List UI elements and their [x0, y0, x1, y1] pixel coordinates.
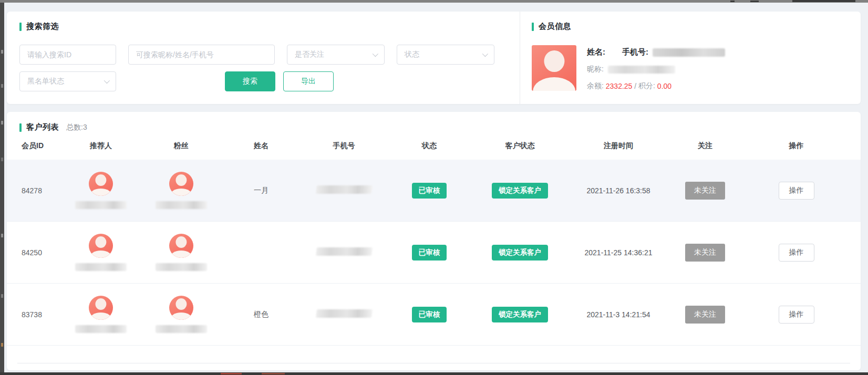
col-phone: 手机号: [298, 141, 390, 151]
window-chrome-fragment: [221, 373, 242, 374]
section-title-text: 客户列表: [26, 122, 59, 132]
redacted-member-nickname: [608, 66, 675, 74]
redacted-phone: [316, 309, 373, 318]
balance-label: 余额:: [587, 81, 604, 91]
redacted-member-phone: [653, 48, 725, 57]
redacted-referrer-name: [75, 325, 127, 333]
title-accent-bar: [532, 23, 534, 31]
follow-badge: 未关注: [685, 182, 725, 200]
redacted-phone: [316, 185, 373, 194]
member-nickname-label: 昵称:: [587, 65, 604, 74]
redacted-fan-name: [156, 201, 207, 209]
redacted-referrer-name: [75, 201, 127, 209]
customer-status-badge: 锁定关系客户: [492, 245, 548, 261]
points-value: 0.00: [657, 82, 671, 90]
title-accent-bar: [19, 23, 22, 31]
search-filter-section: 搜索筛选 是否关注 状态 黑名单状态: [7, 12, 520, 104]
window-bottom-strip: [0, 372, 868, 375]
redacted-fan-name: [156, 263, 207, 271]
follow-badge: 未关注: [685, 244, 725, 262]
total-count: 总数:3: [66, 123, 87, 132]
person-icon: [89, 234, 113, 258]
title-accent-bar: [19, 123, 22, 132]
customer-list-card: 客户列表 总数:3 会员ID 推荐人 粉丝 姓名 手机号 状态 客户状态 注册时…: [7, 112, 861, 370]
window-chrome-fragment: [750, 1, 759, 2]
fan-cell: [138, 296, 224, 333]
status-badge: 已审核: [412, 245, 447, 261]
page-background: 搜索筛选 是否关注 状态 黑名单状态: [0, 0, 868, 375]
person-icon: [169, 234, 193, 258]
separator: /: [634, 82, 636, 90]
window-chrome-fragment: [262, 373, 285, 374]
blacklist-select[interactable]: 黑名单状态: [19, 71, 116, 91]
col-status: 状态: [390, 141, 469, 151]
person-icon: [544, 50, 564, 72]
chevron-down-icon: [482, 51, 488, 57]
points-label: 积分:: [638, 81, 655, 91]
redacted-referrer-name: [75, 263, 127, 271]
window-left-strip: [0, 3, 4, 372]
member-section-title: 会员信息: [532, 22, 861, 32]
window-top-strip: [0, 0, 868, 3]
col-referrer: 推荐人: [64, 141, 138, 151]
search-button[interactable]: 搜索: [225, 71, 275, 91]
person-icon: [169, 172, 193, 196]
fan-cell: [138, 172, 224, 209]
register-time-cell: 2021-11-3 14:21:54: [571, 310, 666, 319]
status-badge: 已审核: [412, 307, 447, 322]
fan-cell: [138, 234, 224, 271]
register-time-cell: 2021-11-25 14:36:21: [571, 248, 666, 257]
referrer-cell: [64, 172, 138, 209]
chevron-down-icon: [104, 78, 110, 84]
member-phone-label: 手机号:: [622, 47, 648, 57]
member-name-label: 姓名:: [587, 47, 605, 57]
search-id-input[interactable]: [19, 45, 116, 65]
col-action: 操作: [745, 141, 848, 151]
window-chrome-fragment: [792, 0, 855, 2]
blacklist-select-placeholder: 黑名单状态: [27, 77, 64, 86]
keyword-input[interactable]: [128, 45, 275, 65]
follow-select[interactable]: 是否关注: [287, 45, 385, 65]
table-header: 会员ID 推荐人 粉丝 姓名 手机号 状态 客户状态 注册时间 关注 操作: [7, 132, 861, 160]
table-bottom-divider: [17, 363, 850, 363]
redacted-phone: [316, 247, 373, 256]
person-icon: [169, 296, 193, 320]
window-chrome-fragment: [730, 1, 735, 2]
member-id-cell: 84278: [19, 186, 64, 195]
balance-value: 2332.25: [606, 82, 633, 90]
filter-and-member-card: 搜索筛选 是否关注 状态 黑名单状态: [7, 12, 861, 104]
follow-badge: 未关注: [685, 306, 725, 324]
action-button[interactable]: 操作: [779, 244, 814, 262]
table-row: 83738 橙色 已审核 锁定关系客户 2021-11-3 14:: [7, 284, 861, 346]
search-section-title: 搜索筛选: [19, 22, 520, 32]
section-title-text: 会员信息: [539, 22, 571, 32]
table-row: 84250 已审核 锁定关系客户 2021-11-25 14:3: [7, 222, 861, 284]
customer-status-badge: 锁定关系客户: [492, 183, 548, 199]
status-select[interactable]: 状态: [397, 45, 494, 65]
customer-status-badge: 锁定关系客户: [492, 307, 548, 322]
col-name: 姓名: [224, 141, 298, 151]
person-icon: [89, 296, 113, 320]
member-info-section: 会员信息 姓名: 手机号: 昵称:: [520, 12, 861, 104]
action-button[interactable]: 操作: [779, 306, 814, 324]
col-fan: 粉丝: [138, 141, 224, 151]
referrer-cell: [64, 234, 138, 271]
customer-name-cell: 一月: [224, 186, 298, 195]
member-id-cell: 83738: [19, 310, 64, 319]
member-id-cell: 84250: [19, 248, 64, 257]
customer-name-cell: 橙色: [224, 310, 298, 319]
follow-select-placeholder: 是否关注: [295, 50, 324, 59]
referrer-cell: [64, 296, 138, 333]
status-badge: 已审核: [412, 183, 447, 199]
customer-list-title: 客户列表: [19, 122, 59, 132]
table-row: 84278 一月 已审核 锁定关系客户 2021-11-26 16: [7, 160, 861, 222]
col-customer-status: 客户状态: [469, 141, 571, 151]
action-button[interactable]: 操作: [779, 182, 814, 200]
redacted-fan-name: [156, 325, 207, 333]
export-button[interactable]: 导出: [283, 71, 334, 91]
section-title-text: 搜索筛选: [26, 22, 59, 32]
status-select-placeholder: 状态: [405, 50, 419, 59]
chevron-down-icon: [373, 51, 378, 57]
person-icon: [89, 172, 113, 196]
col-member-id: 会员ID: [19, 141, 64, 151]
